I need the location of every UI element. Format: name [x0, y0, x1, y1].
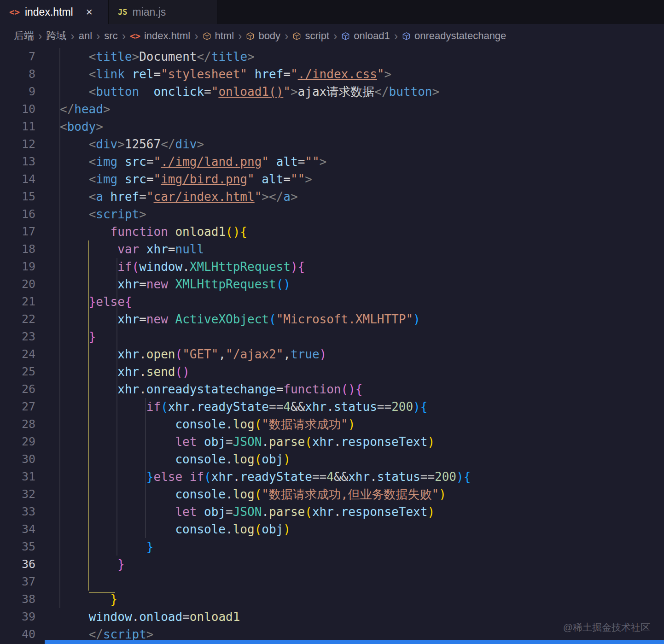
breadcrumb-item[interactable]: onreadystatechange	[402, 30, 506, 42]
code-text: let obj=JSON.parse(xhr.responseText)	[35, 433, 435, 451]
code-line[interactable]: 36 }	[0, 556, 664, 573]
line-number[interactable]: 8	[0, 65, 35, 83]
line-number[interactable]: 14	[0, 170, 35, 188]
line-number[interactable]: 37	[0, 573, 35, 591]
code-line[interactable]: 30 console.log(obj)	[0, 451, 664, 468]
line-number[interactable]: 27	[0, 398, 35, 416]
code-token: log	[233, 417, 255, 431]
line-number[interactable]: 32	[0, 486, 35, 503]
line-number[interactable]: 29	[0, 433, 35, 451]
code-line[interactable]: 37	[0, 573, 664, 591]
breadcrumb-item[interactable]: src	[104, 30, 117, 42]
line-number[interactable]: 19	[0, 258, 35, 275]
line-number[interactable]: 26	[0, 381, 35, 398]
tab-mian-js[interactable]: JS mian.js	[109, 0, 217, 24]
code-line[interactable]: 21 }else{	[0, 293, 664, 310]
code-line[interactable]: 12 <div>12567</div>	[0, 135, 664, 153]
code-line[interactable]: 32 console.log("数据请求成功,但业务数据失败")	[0, 486, 664, 503]
code-line[interactable]: 29 let obj=JSON.parse(xhr.responseText)	[0, 433, 664, 451]
line-number[interactable]: 21	[0, 293, 35, 310]
code-line[interactable]: 38 }	[0, 591, 664, 608]
code-line[interactable]: 17 function onload1(){	[0, 223, 664, 240]
code-line[interactable]: 7 <title>Document</title>	[0, 48, 664, 65]
breadcrumb-item[interactable]: anl	[79, 30, 92, 42]
code-line[interactable]: 28 console.log("数据请求成功")	[0, 416, 664, 433]
code-token: )	[348, 417, 355, 431]
code-token: button	[389, 85, 432, 99]
code-line[interactable]: 14 <img src="img/bird.png" alt="">	[0, 170, 664, 188]
line-number[interactable]: 22	[0, 310, 35, 328]
line-number[interactable]: 7	[0, 48, 35, 65]
code-token: =	[168, 242, 175, 256]
code-line[interactable]: 13 <img src="./img/land.png" alt="">	[0, 153, 664, 170]
code-token: "	[283, 85, 291, 99]
line-number[interactable]: 24	[0, 345, 35, 363]
code-line[interactable]: 35 }	[0, 538, 664, 556]
breadcrumb-item[interactable]: script	[292, 30, 329, 42]
line-number[interactable]: 11	[0, 118, 35, 135]
line-number[interactable]: 38	[0, 591, 35, 608]
line-number[interactable]: 40	[0, 626, 35, 643]
line-number[interactable]: 35	[0, 538, 35, 556]
code-line[interactable]: 25 xhr.send()	[0, 363, 664, 381]
code-token: ==	[312, 470, 326, 484]
breadcrumb-item[interactable]: onload1	[341, 30, 390, 42]
line-number[interactable]: 10	[0, 100, 35, 118]
line-number[interactable]: 39	[0, 608, 35, 626]
code-token	[168, 277, 175, 291]
code-line[interactable]: 16 <script>	[0, 205, 664, 223]
line-number[interactable]: 16	[0, 205, 35, 223]
code-token: status	[334, 400, 377, 414]
line-number[interactable]: 30	[0, 451, 35, 468]
code-token	[60, 610, 89, 624]
line-number[interactable]: 18	[0, 240, 35, 258]
code-line[interactable]: 18 var xhr=null	[0, 240, 664, 258]
code-line[interactable]: 22 xhr=new ActiveXObject("Microsoft.XMLH…	[0, 310, 664, 328]
code-token: >	[262, 190, 269, 204]
line-number[interactable]: 28	[0, 416, 35, 433]
line-number[interactable]: 31	[0, 468, 35, 486]
code-line[interactable]: 27 if(xhr.readyState==4&&xhr.status==200…	[0, 398, 664, 416]
code-line[interactable]: 34 console.log(obj)	[0, 521, 664, 538]
code-line[interactable]: 15 <a href="car/index.html"></a>	[0, 188, 664, 205]
breadcrumb-item[interactable]: 后端	[14, 29, 34, 43]
line-number[interactable]: 15	[0, 188, 35, 205]
code-line[interactable]: 9 <button onclick="onload1()">ajax请求数据</…	[0, 83, 664, 100]
code-line[interactable]: 20 xhr=new XMLHttpRequest()	[0, 275, 664, 293]
line-number[interactable]: 34	[0, 521, 35, 538]
code-line[interactable]: 26 xhr.onreadystatechange=function(){	[0, 381, 664, 398]
line-number[interactable]: 25	[0, 363, 35, 381]
line-number[interactable]: 23	[0, 328, 35, 345]
code-token	[60, 505, 175, 519]
code-token: parse	[269, 505, 305, 519]
code-token	[60, 592, 111, 606]
code-line[interactable]: 23 }	[0, 328, 664, 345]
breadcrumb-item[interactable]: <>index.html	[130, 30, 190, 42]
close-tab-icon[interactable]: ✕	[86, 7, 93, 18]
breadcrumb-item[interactable]: 跨域	[46, 29, 66, 43]
code-token: JSON	[233, 435, 262, 449]
code-line[interactable]: 11<body>	[0, 118, 664, 135]
code-line[interactable]: 33 let obj=JSON.parse(xhr.responseText)	[0, 503, 664, 521]
tab-index-html[interactable]: <> index.html ✕	[0, 0, 109, 24]
line-number[interactable]: 13	[0, 153, 35, 170]
line-number[interactable]: 36	[0, 556, 35, 573]
line-number[interactable]: 20	[0, 275, 35, 293]
code-line[interactable]: 19 if(window.XMLHttpRequest){	[0, 258, 664, 275]
code-token: =	[139, 312, 146, 326]
code-line[interactable]: 31 }else if(xhr.readyState==4&&xhr.statu…	[0, 468, 664, 486]
line-number[interactable]: 33	[0, 503, 35, 521]
line-number[interactable]: 17	[0, 223, 35, 240]
line-number[interactable]: 9	[0, 83, 35, 100]
breadcrumb-item[interactable]: body	[246, 30, 280, 42]
code-token: =	[283, 67, 291, 81]
line-number[interactable]: 12	[0, 135, 35, 153]
breadcrumb-item[interactable]: html	[203, 30, 234, 42]
code-line[interactable]: 24 xhr.open("GET","/ajax2",true)	[0, 345, 664, 363]
chevron-right-icon: ›	[70, 29, 74, 43]
code-line[interactable]: 10</head>	[0, 100, 664, 118]
code-token: car/index.html	[154, 190, 255, 204]
code-token: obj	[262, 522, 283, 536]
code-token: onreadystatechange	[146, 382, 276, 396]
code-line[interactable]: 8 <link rel="stylesheet" href="./index.c…	[0, 65, 664, 83]
